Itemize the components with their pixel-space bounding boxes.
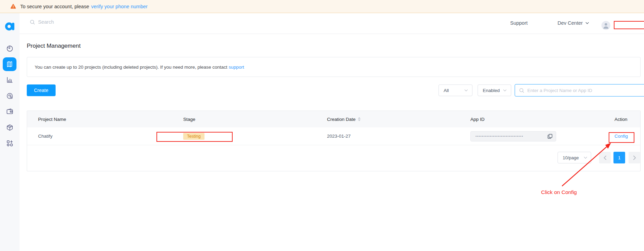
page-title: Project Management <box>27 43 81 49</box>
project-name-cell: Chatify <box>27 127 172 145</box>
package-box-icon <box>6 124 14 132</box>
col-header-stage: Stage <box>172 111 316 127</box>
search-icon <box>30 20 35 25</box>
config-link[interactable]: Config <box>614 134 628 139</box>
pagination: 10/page 1 <box>27 152 640 163</box>
chevron-down-icon <box>503 89 507 92</box>
next-page-button[interactable] <box>629 152 640 163</box>
project-status-value: Enabled <box>483 88 500 93</box>
user-icon <box>601 21 610 30</box>
app-id-field[interactable]: •••••••••••••••••••••••••••••• <box>470 131 556 141</box>
project-status-select[interactable]: Enabled <box>478 84 511 96</box>
app-id-masked-value: •••••••••••••••••••••••••••••• <box>476 135 539 138</box>
nav-dev-center-link[interactable]: Dev Center <box>558 20 589 26</box>
col-header-app-id: App ID <box>459 111 604 127</box>
banner-message: To secure your account, please <box>20 4 89 9</box>
creation-date-label: Creation Date <box>327 117 355 122</box>
chevron-down-icon <box>584 157 587 159</box>
verify-phone-link[interactable]: verify your phone number <box>91 4 148 9</box>
quota-info-box: You can create up to 20 projects (includ… <box>27 57 641 77</box>
copy-app-id-button[interactable] <box>547 134 553 139</box>
create-project-button[interactable]: Create <box>27 84 56 96</box>
sort-desc-icon <box>358 119 361 121</box>
creation-date-cell: 2023-01-27 <box>316 127 459 145</box>
overview-pie-icon <box>6 45 14 53</box>
stage-cell: Testing <box>172 127 316 145</box>
action-cell: Config <box>604 127 640 145</box>
annotation-label: Click on Config <box>541 189 577 195</box>
col-header-project-name: Project Name <box>27 111 172 127</box>
projects-table-card: Project Name Stage Creation Date App ID … <box>27 111 641 171</box>
project-type-select[interactable]: All <box>438 84 472 96</box>
app-id-cell: •••••••••••••••••••••••••••••• <box>459 127 604 145</box>
project-search-box <box>515 84 644 96</box>
table-header-row: Project Name Stage Creation Date App ID … <box>27 111 640 127</box>
usage-radar-icon <box>6 92 14 100</box>
chevron-down-icon <box>585 22 589 24</box>
quota-info-text: You can create up to 20 projects (includ… <box>35 65 244 70</box>
agora-logo[interactable] <box>4 21 15 32</box>
billing-wallet-icon <box>6 107 14 115</box>
global-search-placeholder: Search <box>38 19 54 25</box>
warning-triangle-icon <box>10 4 16 9</box>
sidebar-item-billing[interactable] <box>3 104 16 118</box>
sidebar-item-analytics[interactable] <box>3 73 16 87</box>
page-size-value: 10/page <box>563 155 579 160</box>
sidebar-item-usage[interactable] <box>3 89 16 103</box>
page-1-button[interactable]: 1 <box>613 152 625 163</box>
sidebar-item-projects[interactable] <box>3 57 16 71</box>
col-header-creation-date: Creation Date <box>316 111 459 127</box>
quota-info-message: You can create up to 20 projects (includ… <box>35 65 227 70</box>
sort-toggle[interactable] <box>358 117 361 121</box>
chevron-right-icon <box>633 156 636 160</box>
table-row: Chatify Testing 2023-01-27 •••••••••••••… <box>27 127 640 145</box>
nav-support-link[interactable]: Support <box>510 20 528 26</box>
top-header: Search Support Dev Center <box>20 13 644 34</box>
search-icon <box>519 88 524 93</box>
sidebar-item-extensions[interactable] <box>3 136 16 150</box>
account-avatar[interactable] <box>601 21 610 30</box>
stage-badge: Testing <box>183 133 204 140</box>
extensions-shapes-icon <box>6 139 14 147</box>
sidebar <box>0 13 20 251</box>
dev-center-label: Dev Center <box>558 20 583 26</box>
sort-asc-icon <box>358 117 361 119</box>
sidebar-item-overview[interactable] <box>3 42 16 55</box>
col-header-action: Action <box>604 111 640 127</box>
project-type-value: All <box>444 88 449 93</box>
app-window: To secure your account, please verify yo… <box>0 0 644 251</box>
projects-map-icon <box>6 60 13 68</box>
security-banner: To secure your account, please verify yo… <box>0 0 644 13</box>
contact-support-link[interactable]: support <box>229 65 244 70</box>
page-size-select[interactable]: 10/page <box>558 152 591 163</box>
project-search-input[interactable] <box>527 88 644 93</box>
prev-page-button[interactable] <box>599 152 611 163</box>
sidebar-item-packages[interactable] <box>3 121 16 134</box>
chevron-down-icon <box>464 89 468 92</box>
global-search[interactable]: Search <box>30 19 54 25</box>
copy-icon <box>547 134 553 139</box>
chevron-left-icon <box>604 156 607 160</box>
analytics-bars-icon <box>6 76 14 84</box>
